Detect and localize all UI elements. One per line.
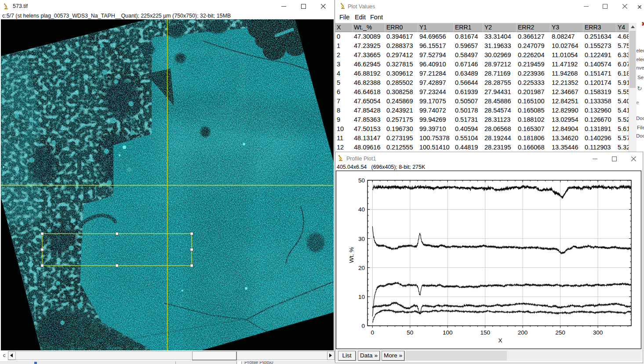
svg-text:X: X (498, 337, 502, 344)
svg-text:40: 40 (358, 206, 365, 213)
svg-text:200: 200 (518, 329, 528, 336)
svg-text:10: 10 (358, 294, 365, 300)
svg-text:50: 50 (358, 177, 365, 184)
svg-text:50: 50 (407, 329, 413, 336)
svg-text:20: 20 (358, 265, 365, 271)
svg-text:250: 250 (555, 329, 565, 336)
svg-text:100: 100 (443, 329, 453, 336)
svg-text:0: 0 (361, 323, 365, 329)
svg-text:Wt. %: Wt. % (348, 247, 355, 263)
svg-text:150: 150 (480, 329, 490, 336)
svg-text:30: 30 (358, 236, 365, 242)
svg-text:0: 0 (371, 329, 375, 336)
svg-text:300: 300 (593, 329, 603, 336)
